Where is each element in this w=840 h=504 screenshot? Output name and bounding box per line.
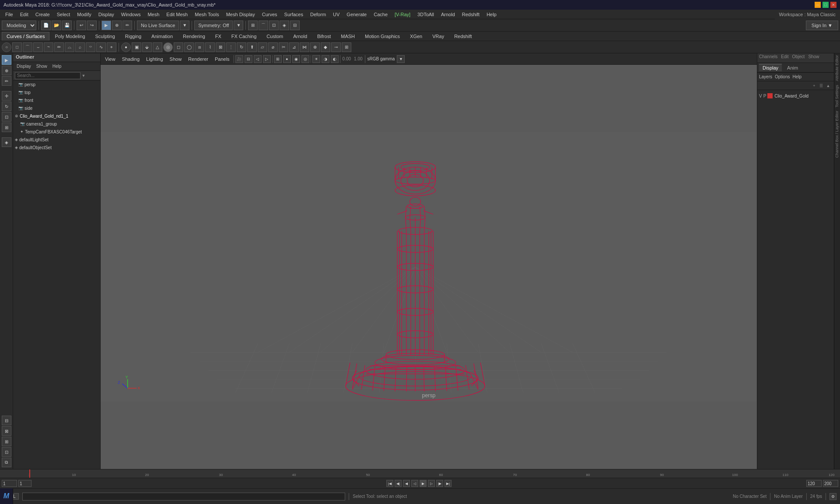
- close-button[interactable]: ✕: [830, 2, 836, 8]
- tab-curves-surfaces[interactable]: Curves / Surfaces: [2, 32, 49, 41]
- menu-cache[interactable]: Cache: [370, 11, 391, 18]
- quick-layout-2[interactable]: ⊠: [2, 426, 11, 436]
- tab-poly-modeling[interactable]: Poly Modeling: [50, 32, 90, 41]
- menu-vray[interactable]: [V-Ray]: [391, 11, 414, 18]
- vp-xray-btn[interactable]: ◎: [301, 55, 309, 63]
- lasso-tool-button[interactable]: ⊕: [112, 21, 122, 30]
- tab-arnold[interactable]: Arnold: [288, 32, 312, 41]
- vp-menu-lighting[interactable]: Lighting: [144, 56, 166, 63]
- layer-options-btn[interactable]: ☰: [818, 83, 824, 89]
- tab-custom[interactable]: Custom: [262, 32, 288, 41]
- outliner-item-lightset[interactable]: ◈ defaultLightSet: [13, 136, 100, 144]
- paint-tool-button[interactable]: ✏: [122, 21, 132, 30]
- timeline-ruler[interactable]: 1 10 20 30 40 50 60 70 80 90 100 110 120: [0, 469, 840, 478]
- ep-curve-btn[interactable]: ⌣: [33, 42, 43, 52]
- tab-xgen[interactable]: XGen: [405, 32, 427, 41]
- outliner-item-persp[interactable]: 📷 persp: [13, 80, 100, 88]
- maximize-button[interactable]: □: [822, 2, 829, 8]
- fillet-blend-btn[interactable]: ⌀: [268, 42, 278, 52]
- anim-tab[interactable]: Anim: [784, 64, 802, 71]
- help-menu-rp[interactable]: Help: [792, 74, 802, 79]
- snap-point-button[interactable]: ⊡: [269, 21, 279, 30]
- menu-edit[interactable]: Edit: [17, 11, 32, 18]
- universal-manip-side[interactable]: ⊞: [2, 122, 11, 132]
- menu-mesh-tools[interactable]: Mesh Tools: [191, 11, 222, 18]
- arc-btn[interactable]: ⌓: [65, 42, 74, 52]
- vp-menu-renderer[interactable]: Renderer: [186, 56, 211, 63]
- cube-btn[interactable]: ▣: [132, 42, 141, 52]
- outliner-menu-display[interactable]: Display: [15, 63, 33, 69]
- select-tool-button[interactable]: ▶: [102, 21, 111, 30]
- vp-light-btn[interactable]: ☀: [312, 55, 320, 63]
- layer-move-up[interactable]: ▲: [825, 83, 831, 89]
- vp-smooth-btn[interactable]: ●: [283, 55, 291, 63]
- circle-btn[interactable]: ◎: [163, 42, 173, 52]
- vp-wire-on-shade[interactable]: ◉: [292, 55, 300, 63]
- outliner-item-side[interactable]: 📷 side: [13, 104, 100, 112]
- live-surface-arrow[interactable]: ▼: [180, 21, 189, 30]
- deform-btn[interactable]: ◆: [321, 42, 330, 52]
- tool-settings-tab[interactable]: Tool Settings: [834, 83, 840, 109]
- rotate-tool-side[interactable]: ↻: [2, 102, 11, 111]
- symmetry-button[interactable]: Symmetry: Off: [194, 21, 233, 30]
- quick-layout-1[interactable]: ⊟: [2, 416, 11, 425]
- outliner-menu-show[interactable]: Show: [35, 63, 49, 69]
- outliner-menu-help[interactable]: Help: [51, 63, 63, 69]
- tab-bifrost[interactable]: Bifrost: [312, 32, 336, 41]
- status-settings-btn[interactable]: ⚙: [830, 493, 836, 500]
- mode-selector[interactable]: Modeling: [2, 21, 36, 30]
- square-btn[interactable]: ◻: [174, 42, 183, 52]
- quick-layout-3[interactable]: ⊞: [2, 437, 11, 446]
- vp-menu-shading[interactable]: Shading: [119, 56, 142, 63]
- menu-mesh[interactable]: Mesh: [144, 11, 163, 18]
- vp-wireframe-btn[interactable]: ⊞: [274, 55, 282, 63]
- layer-new-btn[interactable]: +: [811, 83, 817, 89]
- menu-curves[interactable]: Curves: [259, 11, 281, 18]
- boundary-btn[interactable]: ⊠: [216, 42, 225, 52]
- tab-fx[interactable]: FX: [210, 32, 226, 41]
- live-surface-button[interactable]: No Live Surface: [137, 21, 179, 30]
- go-end-btn[interactable]: ▶|: [444, 480, 452, 487]
- move-tool-side[interactable]: ✛: [2, 91, 11, 101]
- vp-colorspace-btn[interactable]: ▼: [397, 55, 405, 63]
- bezier-btn[interactable]: ~: [44, 42, 53, 52]
- snap-surface-button[interactable]: ◈: [280, 21, 289, 30]
- lattice-btn[interactable]: ⊞: [342, 42, 351, 52]
- loft-btn[interactable]: ⋮: [226, 42, 236, 52]
- scale-tool-side[interactable]: ⊡: [2, 112, 11, 122]
- tab-mash[interactable]: MASH: [336, 32, 360, 41]
- mel-input[interactable]: [22, 493, 346, 500]
- project-btn[interactable]: ⊿: [289, 42, 299, 52]
- torus-btn[interactable]: ◯: [184, 42, 194, 52]
- menu-help[interactable]: Help: [483, 11, 500, 18]
- menu-arnold[interactable]: Arnold: [438, 11, 458, 18]
- wire-btn[interactable]: ⊸: [331, 42, 341, 52]
- snap-grid-button[interactable]: ⊞: [248, 21, 258, 30]
- trim-btn[interactable]: ✂: [279, 42, 288, 52]
- tab-rigging[interactable]: Rigging: [120, 32, 146, 41]
- channel-box-tab[interactable]: Channel Box / Layer Editor: [834, 109, 840, 160]
- menu-file[interactable]: File: [2, 11, 17, 18]
- symmetry-arrow[interactable]: ▼: [234, 21, 243, 30]
- step-back-btn[interactable]: ◀: [403, 480, 410, 487]
- two-pt-arc-btn[interactable]: ⌕: [75, 42, 85, 52]
- vp-shadow-btn[interactable]: ◑: [322, 55, 329, 63]
- vp-menu-view[interactable]: View: [102, 56, 118, 63]
- vp-camera-persp[interactable]: 🎥: [235, 55, 243, 63]
- nurbs-plane-btn[interactable]: ⧆: [195, 42, 204, 52]
- quick-layout-4[interactable]: ⊡: [2, 447, 11, 457]
- current-frame-input[interactable]: [2, 480, 17, 487]
- vp-ao-btn[interactable]: ◐: [331, 55, 339, 63]
- pencil-btn[interactable]: ✏: [54, 42, 64, 52]
- redo-button[interactable]: ↪: [87, 21, 97, 30]
- planar-btn[interactable]: ▱: [258, 42, 267, 52]
- paint-select-side[interactable]: ✏: [2, 76, 11, 86]
- play-back-btn[interactable]: ◁: [411, 480, 418, 487]
- go-start-btn[interactable]: |◀: [386, 480, 393, 487]
- menu-generate[interactable]: Generate: [343, 11, 370, 18]
- vp-camera-top[interactable]: ⊟: [245, 55, 252, 63]
- tab-sculpting[interactable]: Sculpting: [91, 32, 120, 41]
- extrude-btn[interactable]: ⬆: [247, 42, 257, 52]
- snap-view-button[interactable]: ⊟: [290, 21, 300, 30]
- new-file-button[interactable]: 📄: [41, 21, 51, 30]
